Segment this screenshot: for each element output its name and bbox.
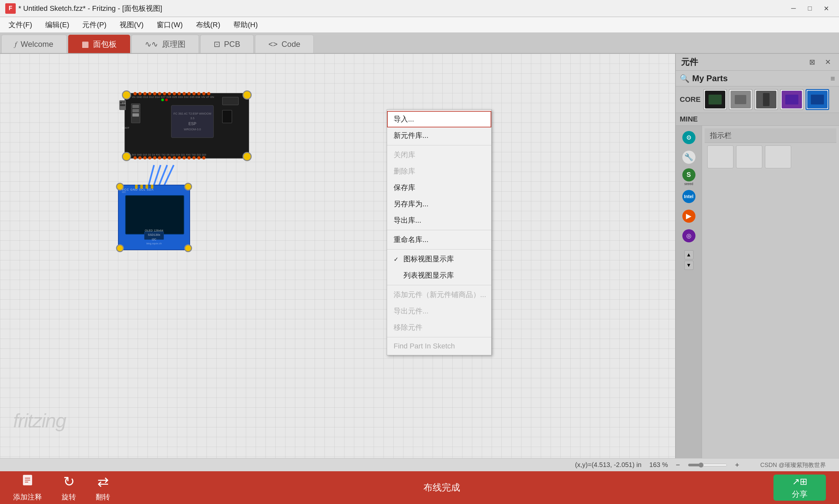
ctx-list-view-label: 列表视图显示库	[403, 271, 454, 280]
tab-code-label: Code	[281, 40, 300, 49]
wires-svg	[0, 54, 675, 458]
tab-bar: 𝑓 Welcome ▦ 面包板 ∿∿ 原理图 ⊡ PCB <> Code	[0, 33, 839, 54]
minimize-button[interactable]: ─	[786, 3, 801, 14]
core-label: CORE	[680, 95, 701, 104]
scroll-down-button[interactable]: ▼	[684, 261, 694, 270]
restore-button[interactable]: □	[802, 3, 817, 14]
ctx-list-view[interactable]: 列表视图显示库	[387, 267, 491, 284]
menu-bar: 文件(F) 编辑(E) 元件(P) 视图(V) 窗口(W) 布线(R) 帮助(H…	[0, 17, 839, 33]
menu-window[interactable]: 窗口(W)	[151, 18, 189, 32]
part-thumb-1[interactable]	[729, 89, 752, 110]
parts-bottom-thumb-1[interactable]	[707, 145, 733, 168]
lib-content: 指示栏	[702, 126, 839, 458]
parts-menu-button[interactable]: ≡	[831, 74, 835, 83]
part-thumb-4[interactable]	[806, 89, 829, 110]
pin-bot-10	[178, 156, 181, 160]
ctx-export-part: 导出元件...	[387, 303, 491, 319]
window-title: * Untitled Sketch.fzz* - Fritzing - [面包板…	[18, 4, 162, 14]
part-thumb-2[interactable]	[754, 89, 778, 110]
zoom-out-icon[interactable]: −	[676, 461, 680, 469]
pin-bot-4	[148, 156, 152, 160]
lib-icon-seeed[interactable]: S seeed	[678, 168, 699, 186]
tab-pcb[interactable]: ⊡ PCB	[200, 35, 254, 53]
lib-icon-purple[interactable]: ◎	[678, 227, 699, 245]
lib-icon-arduino[interactable]: ⊙	[678, 128, 699, 147]
panel-undock-button[interactable]: ⊠	[806, 56, 818, 68]
add-note-label: 添加注释	[13, 492, 42, 502]
rotate-tool[interactable]: ↻ 旋转	[62, 473, 76, 502]
search-icon: 🔍	[680, 74, 689, 83]
pin-top-9	[173, 92, 176, 95]
ctx-find-in-sketch: Find Part In Sketch	[387, 339, 491, 354]
add-note-tool[interactable]: 添加注释	[13, 473, 42, 502]
part-thumb-0[interactable]	[703, 89, 727, 110]
ctx-sep-1	[387, 145, 491, 145]
my-parts-title: My Parts	[692, 73, 728, 84]
right-panel: 元件 ⊠ ✕ 🔍 My Parts ≡ CORE	[675, 54, 839, 458]
tab-welcome-icon: 𝑓	[15, 40, 17, 49]
panel-close-button[interactable]: ✕	[822, 56, 834, 68]
bottom-bar: 添加注释 ↻ 旋转 ⇄ 翻转 布线完成 ↗⊞ 分享	[0, 471, 839, 504]
ctx-sep-3	[387, 249, 491, 250]
menu-file[interactable]: 文件(F)	[3, 18, 38, 32]
lib-icon-intel[interactable]: Intel	[678, 187, 699, 206]
flip-tool[interactable]: ⇄ 翻转	[96, 473, 110, 502]
pin-bot-7	[163, 156, 166, 160]
ctx-saveas-lib[interactable]: 另存库为...	[387, 196, 491, 212]
ctx-new-lib[interactable]: 新元件库...	[387, 127, 491, 144]
esp32-board[interactable]: VinGNDD13D12D14D27D26D25D33D32D35D34VNVP…	[124, 93, 249, 159]
pin-bot-5	[153, 156, 156, 160]
ctx-icon-view[interactable]: ✓ 图标视图显示库	[387, 251, 491, 267]
pin-bot-3	[143, 156, 146, 160]
menu-view[interactable]: 视图(V)	[114, 18, 150, 32]
menu-edit[interactable]: 编辑(E)	[39, 18, 75, 32]
pin-bot-12	[188, 156, 191, 160]
ctx-rename-lib[interactable]: 重命名库...	[387, 232, 491, 248]
pin-bot-15	[202, 156, 206, 160]
pin-top-14	[197, 92, 200, 95]
app-icon: F	[5, 3, 16, 14]
corner-pad-tl	[122, 90, 131, 100]
lib-icon-generic[interactable]: 🔧	[678, 148, 699, 166]
status-text: 布线完成	[130, 481, 754, 494]
menu-route[interactable]: 布线(R)	[190, 18, 226, 32]
tab-breadboard[interactable]: ▦ 面包板	[68, 35, 130, 53]
share-icon: ↗⊞	[792, 476, 807, 487]
ctx-import[interactable]: 导入...	[387, 111, 491, 127]
ctx-remove-part: 移除元件	[387, 319, 491, 336]
tab-code-icon: <>	[268, 40, 278, 49]
canvas-area[interactable]: fritzing	[0, 54, 675, 458]
part-thumb-3[interactable]	[780, 89, 804, 110]
tab-breadboard-icon: ▦	[82, 40, 89, 49]
tab-welcome[interactable]: 𝑓 Welcome	[1, 35, 67, 53]
ctx-save-lib[interactable]: 保存库	[387, 179, 491, 196]
pin-bot-2	[138, 156, 142, 160]
ctx-export-lib[interactable]: 导出库...	[387, 212, 491, 229]
zoom-slider[interactable]	[688, 463, 727, 468]
tab-code[interactable]: <> Code	[255, 35, 314, 53]
share-label: 分享	[792, 489, 807, 500]
parts-panel-title: 元件	[681, 56, 802, 68]
share-button[interactable]: ↗⊞ 分享	[773, 474, 826, 501]
oled-pad-tr	[184, 183, 192, 191]
zoom-in-icon[interactable]: +	[735, 461, 739, 469]
pin-top-3	[143, 92, 146, 95]
pin-top-12	[188, 92, 191, 95]
rotate-icon: ↻	[63, 473, 75, 490]
pin-bot-6	[158, 156, 161, 160]
tab-schematic-icon: ∿∿	[145, 40, 158, 49]
scroll-up-button[interactable]: ▲	[684, 250, 694, 259]
menu-help[interactable]: 帮助(H)	[227, 18, 264, 32]
pin-top-6	[158, 92, 161, 95]
tab-schematic[interactable]: ∿∿ 原理图	[132, 35, 199, 53]
oled-pcb: VCC GND SCL SDA I2C OLED 128x64 SSD130x	[118, 185, 190, 250]
lib-icon-play[interactable]: ▶	[678, 207, 699, 225]
ctx-sep-2	[387, 230, 491, 230]
menu-parts[interactable]: 元件(P)	[76, 18, 112, 32]
close-button[interactable]: ✕	[819, 3, 834, 14]
parts-bottom-thumb-2[interactable]	[736, 145, 762, 168]
indicator-bar: 指示栏	[705, 128, 836, 143]
oled-display[interactable]: VCC GND SCL SDA I2C OLED 128x64 SSD130x	[118, 185, 190, 250]
parts-bottom-thumb-3[interactable]	[765, 145, 791, 168]
context-menu: 导入... 新元件库... 关闭库 删除库 保存库 另存库为... 导出库...…	[387, 109, 492, 355]
